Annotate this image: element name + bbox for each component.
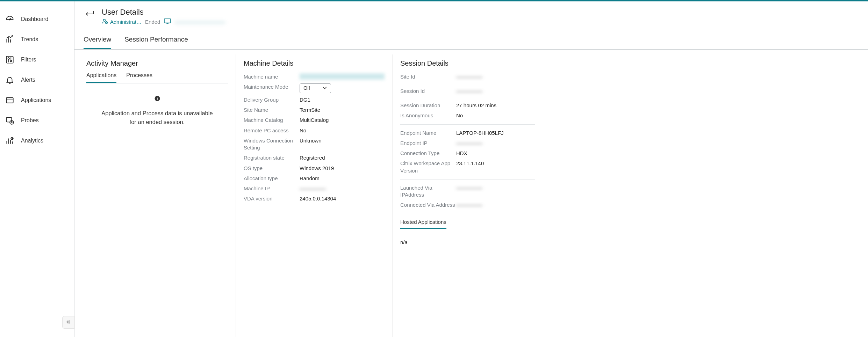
kv-val: Windows 2019 [300,165,385,172]
kv-key: Site Name [244,107,300,113]
kv-key: Windows Connection Setting [244,137,300,152]
kv-val: 2405.0.0.14304 [300,195,385,202]
header: User Details i Administrat… Ended ——————… [74,1,868,30]
sidebar-item-analytics[interactable]: Analytics [0,131,74,151]
svg-point-2 [8,58,9,59]
analytics-icon [5,136,15,145]
kv-val: DG1 [300,96,385,103]
empty-line-2: for an ended session. [86,118,228,126]
kv-key: VDA version [244,195,300,202]
kv-val: LAPTOP-8HH05LFJ [456,130,535,137]
kv-val: HDX [456,150,535,157]
page-title: User Details [102,8,225,17]
gauge-icon [5,15,15,24]
sidebar-item-probes[interactable]: Probes [0,110,74,131]
sub-tab-processes[interactable]: Processes [126,72,152,83]
svg-rect-1 [6,56,13,63]
sidebar-item-alerts[interactable]: Alerts [0,70,74,90]
svg-rect-5 [6,117,12,122]
hosted-applications-value: n/a [400,239,535,245]
kv-key: Site Id [400,73,456,80]
kv-key: Endpoint IP [400,140,456,147]
sidebar-item-label: Trends [21,36,38,43]
site-id-value-redacted: ————— [456,73,535,85]
activity-manager-panel: Activity Manager Applications Processes … [79,54,236,337]
kv-key: Is Anonymous [400,112,456,119]
kv-val: No [456,112,535,119]
kv-key: Allocation type [244,175,300,182]
sidebar-item-label: Alerts [21,77,35,83]
tab-overview[interactable]: Overview [84,36,111,49]
sidebar-item-dashboard[interactable]: Dashboard [0,9,74,29]
kv-key: Maintenance Mode [244,83,300,90]
kv-key: OS type [244,165,300,172]
sidebar-item-filters[interactable]: Filters [0,50,74,70]
kv-key: Launched Via IPAddress [400,184,456,199]
info-icon [86,95,228,104]
empty-line-1: Application and Process data is unavaila… [86,109,228,118]
kv-key: Delivery Group [244,96,300,103]
main-tabs: Overview Session Performance [74,30,868,50]
session-status: Ended [145,19,160,25]
machine-title: Machine Details [244,59,385,67]
machine-name-redacted[interactable]: ————————— [175,19,225,25]
activity-empty-message: Application and Process data is unavaila… [86,95,228,126]
svg-point-3 [10,60,12,61]
svg-point-8 [103,19,106,21]
session-details-panel: Session Details Site Id————— Session Id—… [393,54,543,337]
sidebar-item-label: Filters [21,57,36,63]
kv-key: Citrix Workspace App Version [400,160,456,174]
session-id-value-redacted: ————— [456,88,535,99]
svg-rect-4 [6,97,13,103]
sub-tab-applications[interactable]: Applications [86,72,116,83]
activity-title: Activity Manager [86,59,228,67]
sidebar-item-label: Probes [21,117,39,124]
svg-rect-11 [164,19,171,23]
hosted-applications-tab[interactable]: Hosted Applications [400,219,446,229]
kv-val: Random [300,175,385,182]
maintenance-mode-select[interactable]: Off [300,83,331,93]
kv-key: Machine name [244,73,300,80]
kv-val: MultiCatalog [300,117,385,124]
session-title: Session Details [400,59,535,67]
sidebar-collapse-button[interactable] [62,316,75,329]
kv-key: Session Id [400,88,456,95]
sidebar-item-applications[interactable]: Applications [0,90,74,110]
breadcrumb-user-label: Administrat… [110,19,142,25]
kv-key: Registration state [244,154,300,161]
trends-icon [5,35,15,44]
breadcrumb-user-link[interactable]: i Administrat… [102,18,142,25]
sidebar-item-label: Applications [21,97,51,103]
maintenance-mode-value: Off [303,85,310,92]
machine-ip-value-redacted: ————— [300,185,385,192]
svg-rect-13 [157,98,158,100]
svg-point-9 [106,22,108,24]
window-icon [5,96,15,105]
sidebar-item-label: Analytics [21,138,43,144]
kv-key: Machine Catalog [244,117,300,124]
kv-val: 23.11.1.140 [456,160,535,167]
bell-icon [5,75,15,85]
back-button[interactable] [84,10,95,19]
user-icon: i [102,18,108,25]
kv-key: Connection Type [400,150,456,157]
chevron-down-icon [322,85,327,92]
svg-text:i: i [106,22,106,23]
main-area: User Details i Administrat… Ended ——————… [74,1,868,337]
kv-key: Connected Via Address [400,202,456,208]
tab-session-performance[interactable]: Session Performance [124,36,188,49]
kv-val: 27 hours 02 mins [456,102,535,109]
endpoint-ip-value-redacted: ————— [456,140,535,147]
kv-val: TermSite [300,107,385,113]
probes-icon [5,116,15,125]
kv-key: Endpoint Name [400,130,456,137]
kv-val: Unknown [300,137,385,144]
sidebar-item-trends[interactable]: Trends [0,29,74,50]
connected-via-value-redacted: ————— [456,202,535,208]
svg-rect-14 [157,97,158,98]
launched-via-value-redacted: ————— [456,184,535,191]
kv-val: No [300,127,385,134]
breadcrumb: i Administrat… Ended ————————— [102,18,225,25]
kv-key: Session Duration [400,102,456,109]
sidebar-item-label: Dashboard [21,16,48,22]
